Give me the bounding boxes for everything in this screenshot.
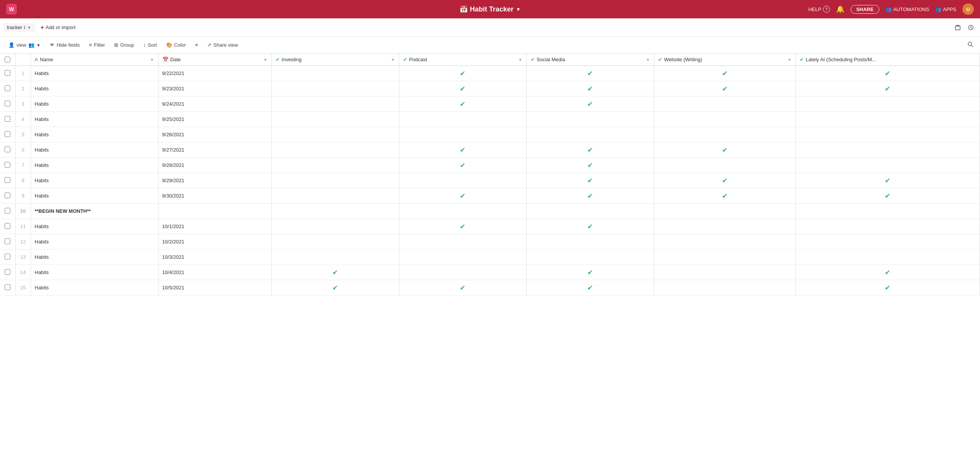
row-checkbox[interactable] <box>5 208 10 214</box>
row-checkbox[interactable] <box>5 116 10 122</box>
row-date[interactable]: 10/3/2021 <box>158 250 271 265</box>
row-investing[interactable] <box>271 81 399 96</box>
row-social[interactable]: ✔ <box>526 265 654 280</box>
automations-button[interactable]: 👥 AUTOMATIONS <box>885 7 929 12</box>
row-checkbox[interactable] <box>5 101 10 106</box>
row-website[interactable] <box>654 234 795 250</box>
row-podcast[interactable] <box>399 173 526 188</box>
row-website[interactable] <box>654 96 795 112</box>
row-name[interactable]: Habits <box>31 173 158 188</box>
row-date[interactable]: 9/25/2021 <box>158 112 271 127</box>
row-website[interactable] <box>654 280 795 295</box>
row-checkbox[interactable] <box>5 85 10 91</box>
row-social[interactable] <box>526 127 654 142</box>
row-social[interactable]: ✔ <box>526 158 654 173</box>
row-lately[interactable]: ✔ <box>795 265 980 280</box>
row-name[interactable]: **BEGIN NEW MONTH** <box>31 204 158 219</box>
row-podcast[interactable]: ✔ <box>399 66 526 81</box>
row-investing[interactable] <box>271 66 399 81</box>
row-date[interactable]: 10/5/2021 <box>158 280 271 295</box>
row-checkbox[interactable] <box>5 238 10 244</box>
share-button[interactable]: SHARE <box>851 5 880 14</box>
row-social[interactable] <box>526 204 654 219</box>
row-podcast[interactable]: ✔ <box>399 280 526 295</box>
hide-fields-button[interactable]: 👁 Hide fields <box>46 40 84 50</box>
row-investing[interactable] <box>271 112 399 127</box>
row-lately[interactable] <box>795 204 980 219</box>
row-lately[interactable]: ✔ <box>795 66 980 81</box>
sort-button[interactable]: ↕ Sort <box>139 40 160 50</box>
row-podcast[interactable] <box>399 234 526 250</box>
row-investing[interactable] <box>271 188 399 204</box>
row-lately[interactable]: ✔ <box>795 173 980 188</box>
tracker-tab-dropdown[interactable]: ▼ <box>27 25 31 30</box>
row-name[interactable]: Habits <box>31 265 158 280</box>
row-website[interactable]: ✔ <box>654 173 795 188</box>
row-website[interactable] <box>654 204 795 219</box>
row-lately[interactable] <box>795 219 980 234</box>
row-website[interactable] <box>654 112 795 127</box>
delete-icon[interactable] <box>952 21 964 34</box>
view-selector-button[interactable]: 👤 view 👥 ▼ <box>5 40 44 50</box>
row-date[interactable]: 10/2/2021 <box>158 234 271 250</box>
row-date[interactable]: 10/1/2021 <box>158 219 271 234</box>
row-lately[interactable] <box>795 127 980 142</box>
notification-icon[interactable]: 🔔 <box>836 5 844 13</box>
row-social[interactable] <box>526 250 654 265</box>
row-social[interactable]: ✔ <box>526 66 654 81</box>
row-date[interactable]: 9/30/2021 <box>158 188 271 204</box>
row-investing[interactable]: ✔ <box>271 280 399 295</box>
row-checkbox[interactable] <box>5 162 10 168</box>
row-website[interactable] <box>654 158 795 173</box>
row-investing[interactable] <box>271 173 399 188</box>
row-investing[interactable] <box>271 234 399 250</box>
date-col-arrow[interactable]: ▼ <box>263 57 268 62</box>
row-date[interactable]: 9/27/2021 <box>158 142 271 158</box>
row-investing[interactable] <box>271 250 399 265</box>
help-button[interactable]: HELP ? <box>808 6 830 13</box>
row-date[interactable]: 9/24/2021 <box>158 96 271 112</box>
row-social[interactable]: ✔ <box>526 173 654 188</box>
group-button[interactable]: ⊞ Group <box>110 40 138 50</box>
social-col-arrow[interactable]: ▼ <box>646 57 650 62</box>
filter-button[interactable]: ≡ Filter <box>85 40 109 50</box>
row-date[interactable]: 9/26/2021 <box>158 127 271 142</box>
row-name[interactable]: Habits <box>31 66 158 81</box>
row-social[interactable]: ✔ <box>526 280 654 295</box>
row-investing[interactable] <box>271 127 399 142</box>
row-name[interactable]: Habits <box>31 112 158 127</box>
row-podcast[interactable] <box>399 127 526 142</box>
row-website[interactable] <box>654 219 795 234</box>
row-social[interactable]: ✔ <box>526 142 654 158</box>
density-button[interactable]: ≡ <box>191 40 202 50</box>
row-lately[interactable] <box>795 234 980 250</box>
row-website[interactable]: ✔ <box>654 142 795 158</box>
row-podcast[interactable]: ✔ <box>399 188 526 204</box>
row-podcast[interactable] <box>399 250 526 265</box>
row-social[interactable] <box>526 112 654 127</box>
row-lately[interactable] <box>795 158 980 173</box>
row-lately[interactable] <box>795 142 980 158</box>
row-podcast[interactable]: ✔ <box>399 96 526 112</box>
row-name[interactable]: Habits <box>31 127 158 142</box>
investing-col-arrow[interactable]: ▼ <box>391 57 395 62</box>
row-date[interactable] <box>158 204 271 219</box>
title-dropdown-icon[interactable]: ▼ <box>516 7 521 12</box>
row-website[interactable] <box>654 127 795 142</box>
row-social[interactable]: ✔ <box>526 96 654 112</box>
row-social[interactable]: ✔ <box>526 219 654 234</box>
row-investing[interactable] <box>271 142 399 158</box>
row-podcast[interactable] <box>399 204 526 219</box>
row-checkbox[interactable] <box>5 284 10 290</box>
row-date[interactable]: 9/29/2021 <box>158 173 271 188</box>
app-icon[interactable]: W <box>6 4 17 15</box>
row-checkbox[interactable] <box>5 70 10 76</box>
row-checkbox[interactable] <box>5 131 10 137</box>
row-social[interactable]: ✔ <box>526 188 654 204</box>
share-view-button[interactable]: ↗ Share view <box>203 40 242 50</box>
row-date[interactable]: 10/4/2021 <box>158 265 271 280</box>
row-lately[interactable]: ✔ <box>795 188 980 204</box>
row-social[interactable] <box>526 234 654 250</box>
row-name[interactable]: Habits <box>31 96 158 112</box>
tracker-tab[interactable]: tracker ℹ ▼ <box>3 23 35 32</box>
